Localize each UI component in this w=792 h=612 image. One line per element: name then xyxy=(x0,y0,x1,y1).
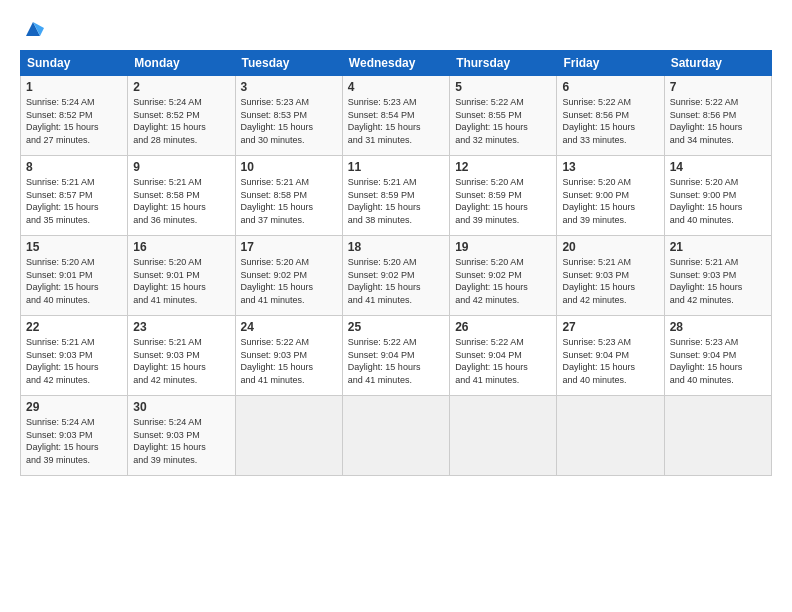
day-cell: 30Sunrise: 5:24 AM Sunset: 9:03 PM Dayli… xyxy=(128,396,235,476)
day-number: 7 xyxy=(670,80,766,94)
day-info: Sunrise: 5:22 AM Sunset: 8:56 PM Dayligh… xyxy=(562,96,658,146)
day-number: 11 xyxy=(348,160,444,174)
day-info: Sunrise: 5:23 AM Sunset: 9:04 PM Dayligh… xyxy=(670,336,766,386)
day-number: 28 xyxy=(670,320,766,334)
day-number: 2 xyxy=(133,80,229,94)
day-number: 5 xyxy=(455,80,551,94)
day-cell: 6Sunrise: 5:22 AM Sunset: 8:56 PM Daylig… xyxy=(557,76,664,156)
day-cell: 3Sunrise: 5:23 AM Sunset: 8:53 PM Daylig… xyxy=(235,76,342,156)
day-cell: 17Sunrise: 5:20 AM Sunset: 9:02 PM Dayli… xyxy=(235,236,342,316)
day-cell xyxy=(450,396,557,476)
header-cell-monday: Monday xyxy=(128,51,235,76)
day-number: 15 xyxy=(26,240,122,254)
week-row-3: 15Sunrise: 5:20 AM Sunset: 9:01 PM Dayli… xyxy=(21,236,772,316)
day-info: Sunrise: 5:20 AM Sunset: 9:02 PM Dayligh… xyxy=(348,256,444,306)
day-info: Sunrise: 5:23 AM Sunset: 8:53 PM Dayligh… xyxy=(241,96,337,146)
week-row-2: 8Sunrise: 5:21 AM Sunset: 8:57 PM Daylig… xyxy=(21,156,772,236)
day-cell xyxy=(664,396,771,476)
day-info: Sunrise: 5:20 AM Sunset: 9:02 PM Dayligh… xyxy=(241,256,337,306)
day-cell: 27Sunrise: 5:23 AM Sunset: 9:04 PM Dayli… xyxy=(557,316,664,396)
day-cell: 13Sunrise: 5:20 AM Sunset: 9:00 PM Dayli… xyxy=(557,156,664,236)
header xyxy=(20,18,772,40)
day-number: 6 xyxy=(562,80,658,94)
day-number: 22 xyxy=(26,320,122,334)
day-info: Sunrise: 5:23 AM Sunset: 8:54 PM Dayligh… xyxy=(348,96,444,146)
day-cell: 14Sunrise: 5:20 AM Sunset: 9:00 PM Dayli… xyxy=(664,156,771,236)
day-cell: 2Sunrise: 5:24 AM Sunset: 8:52 PM Daylig… xyxy=(128,76,235,156)
day-info: Sunrise: 5:24 AM Sunset: 9:03 PM Dayligh… xyxy=(26,416,122,466)
day-cell: 7Sunrise: 5:22 AM Sunset: 8:56 PM Daylig… xyxy=(664,76,771,156)
day-cell: 26Sunrise: 5:22 AM Sunset: 9:04 PM Dayli… xyxy=(450,316,557,396)
day-cell: 12Sunrise: 5:20 AM Sunset: 8:59 PM Dayli… xyxy=(450,156,557,236)
day-cell: 4Sunrise: 5:23 AM Sunset: 8:54 PM Daylig… xyxy=(342,76,449,156)
day-info: Sunrise: 5:20 AM Sunset: 8:59 PM Dayligh… xyxy=(455,176,551,226)
header-row: SundayMondayTuesdayWednesdayThursdayFrid… xyxy=(21,51,772,76)
day-cell: 24Sunrise: 5:22 AM Sunset: 9:03 PM Dayli… xyxy=(235,316,342,396)
week-row-4: 22Sunrise: 5:21 AM Sunset: 9:03 PM Dayli… xyxy=(21,316,772,396)
day-info: Sunrise: 5:20 AM Sunset: 9:00 PM Dayligh… xyxy=(562,176,658,226)
day-cell xyxy=(235,396,342,476)
logo-icon xyxy=(22,18,44,40)
calendar-page: SundayMondayTuesdayWednesdayThursdayFrid… xyxy=(0,0,792,612)
day-number: 9 xyxy=(133,160,229,174)
day-info: Sunrise: 5:21 AM Sunset: 8:58 PM Dayligh… xyxy=(133,176,229,226)
day-info: Sunrise: 5:21 AM Sunset: 9:03 PM Dayligh… xyxy=(26,336,122,386)
day-cell: 21Sunrise: 5:21 AM Sunset: 9:03 PM Dayli… xyxy=(664,236,771,316)
day-info: Sunrise: 5:20 AM Sunset: 9:01 PM Dayligh… xyxy=(26,256,122,306)
day-number: 27 xyxy=(562,320,658,334)
day-number: 21 xyxy=(670,240,766,254)
day-info: Sunrise: 5:21 AM Sunset: 9:03 PM Dayligh… xyxy=(133,336,229,386)
day-info: Sunrise: 5:20 AM Sunset: 9:00 PM Dayligh… xyxy=(670,176,766,226)
day-cell: 18Sunrise: 5:20 AM Sunset: 9:02 PM Dayli… xyxy=(342,236,449,316)
day-number: 24 xyxy=(241,320,337,334)
day-number: 25 xyxy=(348,320,444,334)
day-info: Sunrise: 5:24 AM Sunset: 9:03 PM Dayligh… xyxy=(133,416,229,466)
day-cell: 29Sunrise: 5:24 AM Sunset: 9:03 PM Dayli… xyxy=(21,396,128,476)
day-cell: 19Sunrise: 5:20 AM Sunset: 9:02 PM Dayli… xyxy=(450,236,557,316)
day-info: Sunrise: 5:21 AM Sunset: 8:58 PM Dayligh… xyxy=(241,176,337,226)
day-info: Sunrise: 5:24 AM Sunset: 8:52 PM Dayligh… xyxy=(133,96,229,146)
header-cell-tuesday: Tuesday xyxy=(235,51,342,76)
header-cell-wednesday: Wednesday xyxy=(342,51,449,76)
day-cell: 11Sunrise: 5:21 AM Sunset: 8:59 PM Dayli… xyxy=(342,156,449,236)
day-number: 26 xyxy=(455,320,551,334)
logo xyxy=(20,18,44,40)
day-number: 23 xyxy=(133,320,229,334)
week-row-1: 1Sunrise: 5:24 AM Sunset: 8:52 PM Daylig… xyxy=(21,76,772,156)
day-number: 4 xyxy=(348,80,444,94)
day-info: Sunrise: 5:22 AM Sunset: 9:04 PM Dayligh… xyxy=(348,336,444,386)
day-number: 30 xyxy=(133,400,229,414)
day-cell xyxy=(342,396,449,476)
day-info: Sunrise: 5:23 AM Sunset: 9:04 PM Dayligh… xyxy=(562,336,658,386)
day-cell: 8Sunrise: 5:21 AM Sunset: 8:57 PM Daylig… xyxy=(21,156,128,236)
day-number: 13 xyxy=(562,160,658,174)
header-cell-thursday: Thursday xyxy=(450,51,557,76)
day-info: Sunrise: 5:24 AM Sunset: 8:52 PM Dayligh… xyxy=(26,96,122,146)
day-info: Sunrise: 5:21 AM Sunset: 9:03 PM Dayligh… xyxy=(562,256,658,306)
day-cell: 5Sunrise: 5:22 AM Sunset: 8:55 PM Daylig… xyxy=(450,76,557,156)
day-number: 19 xyxy=(455,240,551,254)
calendar-table: SundayMondayTuesdayWednesdayThursdayFrid… xyxy=(20,50,772,476)
day-info: Sunrise: 5:22 AM Sunset: 8:56 PM Dayligh… xyxy=(670,96,766,146)
day-cell: 1Sunrise: 5:24 AM Sunset: 8:52 PM Daylig… xyxy=(21,76,128,156)
day-number: 8 xyxy=(26,160,122,174)
day-info: Sunrise: 5:22 AM Sunset: 9:03 PM Dayligh… xyxy=(241,336,337,386)
day-cell: 23Sunrise: 5:21 AM Sunset: 9:03 PM Dayli… xyxy=(128,316,235,396)
day-number: 20 xyxy=(562,240,658,254)
day-cell: 25Sunrise: 5:22 AM Sunset: 9:04 PM Dayli… xyxy=(342,316,449,396)
day-number: 3 xyxy=(241,80,337,94)
day-info: Sunrise: 5:20 AM Sunset: 9:01 PM Dayligh… xyxy=(133,256,229,306)
day-number: 1 xyxy=(26,80,122,94)
day-info: Sunrise: 5:22 AM Sunset: 9:04 PM Dayligh… xyxy=(455,336,551,386)
header-cell-sunday: Sunday xyxy=(21,51,128,76)
day-cell: 22Sunrise: 5:21 AM Sunset: 9:03 PM Dayli… xyxy=(21,316,128,396)
day-cell: 9Sunrise: 5:21 AM Sunset: 8:58 PM Daylig… xyxy=(128,156,235,236)
day-number: 18 xyxy=(348,240,444,254)
day-number: 16 xyxy=(133,240,229,254)
day-cell: 20Sunrise: 5:21 AM Sunset: 9:03 PM Dayli… xyxy=(557,236,664,316)
day-info: Sunrise: 5:21 AM Sunset: 8:59 PM Dayligh… xyxy=(348,176,444,226)
day-number: 10 xyxy=(241,160,337,174)
day-info: Sunrise: 5:20 AM Sunset: 9:02 PM Dayligh… xyxy=(455,256,551,306)
day-cell: 16Sunrise: 5:20 AM Sunset: 9:01 PM Dayli… xyxy=(128,236,235,316)
day-number: 29 xyxy=(26,400,122,414)
